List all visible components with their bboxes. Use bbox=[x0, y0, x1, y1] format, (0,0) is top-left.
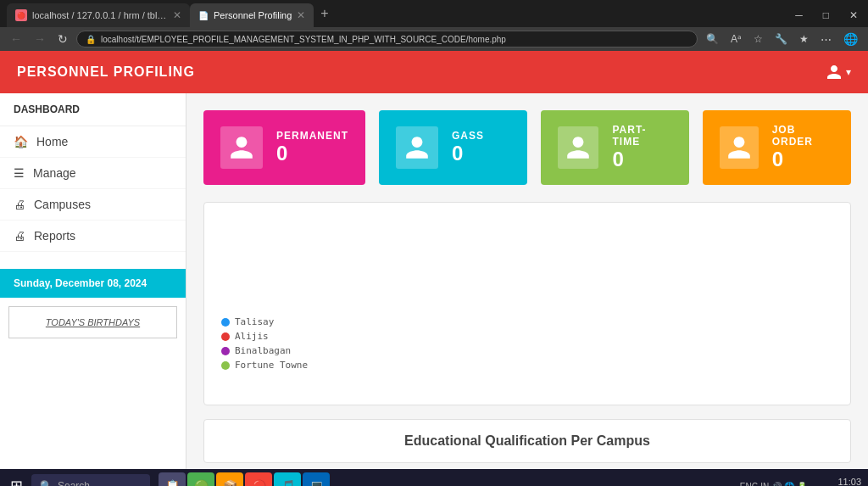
person-icon-gass bbox=[403, 134, 431, 161]
parttime-card-label: PART-TIME bbox=[612, 124, 672, 148]
person-icon-joborder bbox=[726, 134, 753, 161]
permanent-card-value: 0 bbox=[276, 142, 348, 165]
taskbar-app-3[interactable]: 📦 bbox=[216, 472, 243, 486]
taskbar-search[interactable]: 🔍 Search bbox=[31, 474, 150, 486]
legend-item-binalbagan: Binalbagan bbox=[221, 345, 308, 356]
minimize-button[interactable]: ─ bbox=[785, 3, 813, 27]
campuses-icon: 🖨 bbox=[14, 198, 25, 211]
legend-label-binalbagan: Binalbagan bbox=[235, 345, 291, 356]
parttime-card-value: 0 bbox=[612, 148, 672, 171]
joborder-card-icon bbox=[720, 126, 759, 169]
tab1-close[interactable]: ✕ bbox=[173, 9, 181, 21]
sidebar-reports-label: Reports bbox=[34, 229, 75, 243]
legend-item-fortune: Fortune Towne bbox=[221, 360, 308, 371]
taskbar: ⊞ 🔍 Search 📋 🟢 📦 🔴 🎵 💻 ENG IN 🔊 🌐 🔋 11:0… bbox=[0, 469, 868, 486]
taskbar-app-4[interactable]: 🔴 bbox=[245, 472, 272, 486]
title-bar: 🔴 localhost / 127.0.0.1 / hrm / tbl_p...… bbox=[0, 0, 868, 27]
taskbar-system-icons: ENG IN 🔊 🌐 🔋 bbox=[740, 482, 807, 487]
taskbar-search-icon: 🔍 bbox=[40, 480, 53, 486]
bookmark-button[interactable]: ☆ bbox=[750, 31, 766, 47]
taskbar-clock: 11:03 7 December bbox=[815, 477, 861, 487]
user-icon bbox=[826, 64, 843, 81]
app-title: PERSONNEL PROFILING bbox=[17, 64, 195, 80]
app: PERSONNEL PROFILING ▾ DASHBOARD 🏠 Home ☰… bbox=[0, 51, 868, 469]
chart-area: Talisay Alijis Binalbagan Fortune Towne bbox=[203, 202, 851, 405]
new-tab-button[interactable]: + bbox=[314, 6, 335, 21]
sidebar-header: DASHBOARD bbox=[0, 93, 186, 126]
sidebar-menu: 🏠 Home ☰ Manage 🖨 Campuses 🖨 Reports bbox=[0, 126, 186, 252]
taskbar-app-2[interactable]: 🟢 bbox=[187, 472, 214, 486]
window-controls: ─ □ ✕ bbox=[785, 0, 868, 27]
gass-card-icon bbox=[396, 126, 438, 169]
chart-legend: Talisay Alijis Binalbagan Fortune Towne bbox=[221, 316, 308, 371]
close-button[interactable]: ✕ bbox=[839, 3, 868, 27]
legend-label-talisay: Talisay bbox=[235, 316, 274, 327]
browser-tab-active[interactable]: 📄 Personnel Profiling ✕ bbox=[190, 3, 314, 27]
browser-chrome: 🔴 localhost / 127.0.0.1 / hrm / tbl_p...… bbox=[0, 0, 868, 51]
stat-card-permanent: PERMANENT 0 bbox=[203, 110, 365, 185]
person-icon-parttime bbox=[565, 134, 592, 161]
taskbar-app-5[interactable]: 🎵 bbox=[274, 472, 301, 486]
parttime-card-info: PART-TIME 0 bbox=[612, 124, 672, 171]
search-page-button[interactable]: 🔍 bbox=[703, 31, 722, 47]
menu-button[interactable]: ⋯ bbox=[817, 31, 835, 47]
back-button[interactable]: ← bbox=[7, 31, 25, 47]
joborder-card-label: JOB ORDER bbox=[772, 124, 834, 148]
start-button[interactable]: ⊞ bbox=[7, 477, 26, 486]
joborder-card-value: 0 bbox=[772, 148, 834, 171]
edge-icon: 🌐 bbox=[840, 31, 861, 47]
top-bar: PERSONNEL PROFILING ▾ bbox=[0, 51, 868, 93]
permanent-card-icon bbox=[220, 126, 263, 169]
tab2-close[interactable]: ✕ bbox=[297, 9, 305, 21]
taskbar-right: ENG IN 🔊 🌐 🔋 11:03 7 December bbox=[740, 477, 861, 487]
reports-icon: 🖨 bbox=[14, 229, 25, 243]
legend-dot-fortune bbox=[221, 361, 230, 370]
sidebar-birthday-button[interactable]: TODAY'S BIRTHDAYS bbox=[8, 306, 177, 338]
sidebar: DASHBOARD 🏠 Home ☰ Manage 🖨 Campuses 🖨 R bbox=[0, 93, 186, 469]
taskbar-time: 11:03 bbox=[815, 477, 861, 487]
sidebar-item-reports[interactable]: 🖨 Reports bbox=[0, 221, 186, 252]
sidebar-item-campuses[interactable]: 🖨 Campuses bbox=[0, 189, 186, 221]
stat-cards: PERMANENT 0 GASS 0 bbox=[203, 110, 851, 185]
nav-bar: ← → ↻ 🔒 localhost/t/EMPLOYEE_PROFILE_MAN… bbox=[0, 27, 868, 51]
extensions-button[interactable]: 🔧 bbox=[771, 31, 791, 47]
tab1-favicon: 🔴 bbox=[15, 9, 27, 21]
gass-card-info: GASS 0 bbox=[452, 130, 484, 165]
permanent-card-label: PERMANENT bbox=[276, 130, 348, 142]
tab1-label: localhost / 127.0.0.1 / hrm / tbl_p... bbox=[32, 10, 168, 20]
favorites-button[interactable]: ★ bbox=[796, 31, 812, 47]
legend-label-fortune: Fortune Towne bbox=[235, 360, 308, 371]
legend-item-alijis: Alijis bbox=[221, 331, 308, 342]
bottom-chart-section: Educational Qualification Per Campus bbox=[203, 419, 851, 463]
sidebar-item-home[interactable]: 🏠 Home bbox=[0, 126, 186, 158]
forward-button[interactable]: → bbox=[31, 31, 49, 47]
taskbar-app-1[interactable]: 📋 bbox=[159, 472, 186, 486]
stat-card-joborder: JOB ORDER 0 bbox=[703, 110, 851, 185]
address-text: localhost/t/EMPLOYEE_PROFILE_MANAGEMENT_… bbox=[101, 35, 506, 44]
main-content: PERMANENT 0 GASS 0 bbox=[186, 93, 868, 469]
address-bar[interactable]: 🔒 localhost/t/EMPLOYEE_PROFILE_MANAGEMEN… bbox=[76, 31, 698, 47]
sidebar-item-manage[interactable]: ☰ Manage bbox=[0, 158, 186, 189]
refresh-button[interactable]: ↻ bbox=[54, 31, 71, 47]
maximize-button[interactable]: □ bbox=[813, 3, 839, 27]
stat-card-gass: GASS 0 bbox=[379, 110, 527, 185]
tab2-label: Personnel Profiling bbox=[214, 10, 292, 20]
sidebar-home-label: Home bbox=[36, 135, 68, 148]
person-icon-permanent bbox=[228, 134, 255, 161]
bottom-chart-title: Educational Qualification Per Campus bbox=[404, 433, 650, 448]
legend-item-talisay: Talisay bbox=[221, 316, 308, 327]
taskbar-apps: 📋 🟢 📦 🔴 🎵 💻 bbox=[159, 472, 330, 486]
tab2-favicon: 📄 bbox=[198, 11, 209, 20]
legend-label-alijis: Alijis bbox=[235, 331, 269, 342]
taskbar-app-6[interactable]: 💻 bbox=[303, 472, 330, 486]
permanent-card-info: PERMANENT 0 bbox=[276, 130, 348, 165]
browser-tab[interactable]: 🔴 localhost / 127.0.0.1 / hrm / tbl_p...… bbox=[7, 3, 190, 27]
stat-card-parttime: PART-TIME 0 bbox=[541, 110, 689, 185]
user-dropdown-arrow: ▾ bbox=[846, 66, 851, 78]
user-menu[interactable]: ▾ bbox=[826, 64, 851, 81]
parttime-card-icon bbox=[558, 126, 598, 169]
reader-button[interactable]: Aᵃ bbox=[727, 31, 745, 47]
sidebar-manage-label: Manage bbox=[33, 166, 76, 180]
sidebar-date: Sunday, December 08, 2024 bbox=[0, 269, 186, 298]
manage-icon: ☰ bbox=[14, 166, 25, 180]
